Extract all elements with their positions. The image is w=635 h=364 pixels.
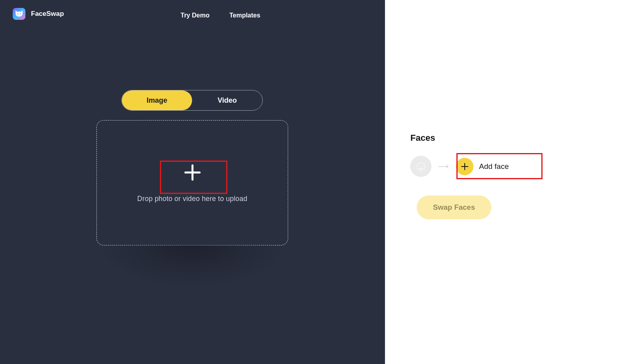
editor-panel: FaceSwap Try Demo Templates Image Video … [0,0,385,364]
upload-dropzone[interactable]: Drop photo or video here to upload [96,120,288,245]
swap-faces-button[interactable]: Swap Faces [417,195,491,219]
nav-templates[interactable]: Templates [229,12,260,19]
cat-icon [14,10,24,18]
media-type-toggle: Image Video [121,90,263,111]
face-outline-icon [415,161,427,172]
nav-try-demo[interactable]: Try Demo [181,12,210,19]
toggle-video[interactable]: Video [192,90,262,110]
plus-circle-icon [456,158,473,175]
add-face-label: Add face [479,162,509,171]
toggle-image[interactable]: Image [122,90,192,110]
brand-logo [13,8,25,20]
svg-point-0 [17,13,18,14]
svg-point-1 [20,13,21,14]
brand-name: FaceSwap [31,10,64,18]
faces-heading: Faces [410,133,435,143]
faces-panel [385,0,635,364]
dropzone-hint: Drop photo or video here to upload [137,195,247,203]
plus-icon [183,163,202,184]
dropzone-shadow [96,245,288,289]
svg-point-4 [417,163,425,171]
svg-point-5 [419,165,420,166]
svg-point-6 [422,165,423,166]
source-face-placeholder[interactable] [410,156,431,177]
face-row: Add face [410,156,517,177]
top-nav: Try Demo Templates [181,12,260,19]
arrow-right-icon [438,164,450,169]
add-face-button[interactable]: Add face [456,158,517,175]
